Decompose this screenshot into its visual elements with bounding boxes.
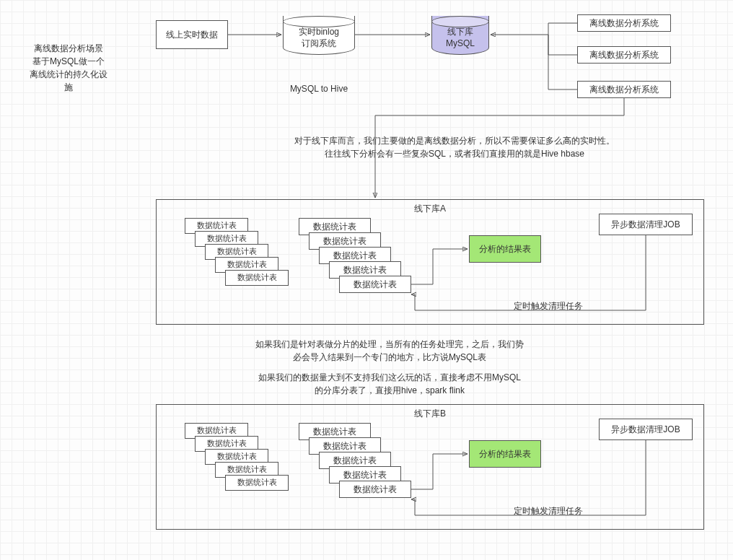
dbA-stat-s5: 数据统计表	[225, 270, 289, 286]
dbB-stat-s5: 数据统计表	[225, 475, 289, 491]
dbA-result: 分析的结果表	[469, 235, 541, 263]
dbB-job: 异步数据清理JOB	[599, 419, 693, 440]
text-between-2: 如果我们的数据量大到不支持我们这么玩的话，直接考虑不用MySQL 的分库分表了，…	[231, 371, 548, 397]
node-analysis-3: 离线数据分析系统	[577, 81, 671, 98]
node-analysis-1: 离线数据分析系统	[577, 14, 671, 32]
dbB-cleanup-label: 定时触发清理任务	[505, 504, 592, 517]
node-online-data: 线上实时数据	[156, 20, 228, 49]
node-offline-db: 线下库 MySQL	[431, 16, 489, 55]
text-between-1: 如果我们是针对表做分片的处理，当所有的任务处理完，之后，我们势 必会导入结果到一…	[231, 338, 548, 364]
dbA-job: 异步数据清理JOB	[599, 214, 693, 235]
node-analysis-2: 离线数据分析系统	[577, 46, 671, 64]
title-text: 离线数据分析场景 基于MySQL做一个 离线统计的持久化设 施	[29, 42, 108, 94]
dbA-stat-5: 数据统计表	[339, 276, 411, 293]
text-mid: 对于线下库而言，我们主要做的是离线数据分析，所以不需要保证多么高的实时性。 往往…	[274, 134, 635, 160]
title-dbA: 线下库A	[414, 203, 446, 215]
node-binlog: 实时binlog 订阅系统	[283, 16, 355, 55]
dbB-stat-5: 数据统计表	[339, 481, 411, 498]
dbB-result: 分析的结果表	[469, 440, 541, 468]
dbA-cleanup-label: 定时触发清理任务	[505, 299, 592, 312]
label-mysql-to-hive: MySQL to Hive	[283, 82, 355, 95]
title-dbB: 线下库B	[414, 408, 446, 420]
